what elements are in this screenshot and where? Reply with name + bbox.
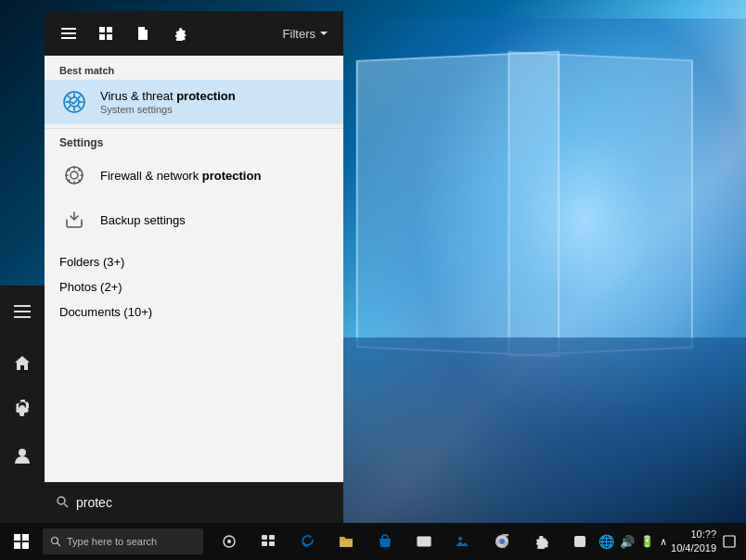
svg-rect-7	[99, 27, 105, 32]
settings-section-label: Settings	[45, 128, 343, 153]
search-panel: Filters Best match Virus & threat protec…	[45, 11, 343, 523]
svg-rect-22	[14, 534, 20, 541]
svg-rect-0	[14, 305, 31, 307]
action-center-icon	[723, 535, 736, 548]
sidebar-home[interactable]	[0, 341, 45, 386]
svg-rect-6	[61, 37, 76, 39]
svg-point-17	[71, 172, 78, 179]
svg-rect-30	[262, 535, 267, 540]
taskbar-photos[interactable]	[444, 523, 482, 560]
user-icon	[14, 448, 31, 465]
documents-label: Documents (10+)	[45, 301, 343, 323]
result-backup[interactable]: Backup settings	[45, 197, 343, 242]
result-text-firewall: Firewall & network protection	[100, 169, 261, 183]
taskbar-task-view[interactable]	[250, 523, 287, 560]
svg-rect-39	[724, 536, 735, 547]
filters-button[interactable]: Filters	[276, 23, 336, 45]
svg-rect-23	[22, 534, 29, 541]
toolbar-grid[interactable]	[89, 17, 122, 50]
result-title-firewall: Firewall & network protection	[100, 169, 261, 183]
desktop-window-right	[508, 51, 692, 357]
search-icon	[56, 495, 69, 511]
svg-point-35	[458, 537, 462, 541]
panel-results: Best match Virus & threat protection Sys…	[45, 56, 343, 482]
panel-toolbar: Filters	[45, 11, 343, 56]
svg-rect-38	[574, 536, 585, 547]
svg-rect-33	[269, 541, 275, 546]
taskbar-edge[interactable]	[289, 523, 326, 560]
toolbar-hamburger[interactable]	[52, 17, 85, 50]
result-icon-firewall	[59, 160, 89, 190]
svg-rect-25	[22, 542, 29, 549]
result-title-virus: Virus & threat protection	[100, 89, 236, 103]
taskbar-time: 10:??	[671, 528, 716, 541]
search-input[interactable]	[76, 495, 332, 510]
svg-rect-31	[269, 535, 275, 540]
taskbar-network-icon[interactable]: 🌐	[598, 534, 614, 549]
svg-line-27	[57, 543, 60, 547]
taskbar-search-icon	[50, 536, 61, 547]
svg-line-21	[65, 503, 69, 507]
taskbar-hidden-icons[interactable]: ∧	[660, 536, 667, 548]
folders-label: Folders (3+)	[45, 246, 343, 273]
sidebar-user[interactable]	[0, 434, 45, 478]
svg-point-3	[19, 449, 26, 456]
windows-logo-icon	[14, 534, 29, 549]
svg-rect-2	[14, 316, 31, 318]
desktop-reflection	[343, 337, 746, 523]
svg-rect-1	[14, 311, 31, 312]
home-icon	[14, 355, 31, 372]
taskbar: Type here to search	[0, 523, 746, 560]
taskbar-datetime[interactable]: 10:?? 10/4/2019	[671, 528, 716, 556]
taskbar-search-box[interactable]: Type here to search	[43, 528, 203, 554]
taskbar-store[interactable]	[367, 523, 404, 560]
panel-search-bar	[45, 482, 343, 523]
svg-rect-9	[99, 34, 105, 40]
best-match-label: Best match	[45, 56, 343, 80]
taskbar-start-button[interactable]	[0, 523, 43, 560]
sidebar-settings[interactable]	[0, 386, 45, 430]
svg-rect-10	[107, 34, 112, 40]
result-icon-backup	[59, 205, 89, 235]
taskbar-cortana[interactable]	[211, 523, 248, 560]
taskbar-right: 🌐 🔊 🔋 ∧ 10:?? 10/4/2019	[598, 523, 746, 560]
taskbar-chrome[interactable]	[483, 523, 521, 560]
toolbar-gear[interactable]	[163, 17, 197, 50]
taskbar-file-explorer[interactable]	[328, 523, 365, 560]
svg-rect-5	[61, 32, 76, 34]
svg-rect-24	[14, 542, 20, 549]
result-subtitle-virus: System settings	[100, 104, 236, 115]
result-icon-virus	[59, 87, 89, 117]
svg-point-26	[51, 538, 58, 544]
result-title-backup: Backup settings	[100, 213, 186, 227]
taskbar-volume-icon[interactable]: 🔊	[620, 535, 635, 549]
sidebar	[0, 286, 45, 523]
result-virus-protection[interactable]: Virus & threat protection System setting…	[45, 80, 343, 124]
taskbar-system-tray: 🌐 🔊 🔋 ∧	[598, 534, 667, 549]
taskbar-action-center[interactable]	[720, 523, 739, 560]
svg-point-29	[227, 540, 231, 543]
photos-label: Photos (2+)	[45, 276, 343, 298]
settings-icon	[14, 400, 31, 416]
taskbar-battery-icon[interactable]: 🔋	[640, 535, 654, 548]
taskbar-mail[interactable]	[405, 523, 443, 560]
hamburger-icon	[14, 303, 31, 320]
result-text-backup: Backup settings	[100, 213, 186, 227]
svg-rect-4	[61, 28, 76, 30]
sidebar-hamburger[interactable]	[0, 289, 45, 334]
taskbar-unknown1[interactable]	[561, 523, 598, 560]
svg-rect-8	[107, 27, 112, 32]
taskbar-date: 10/4/2019	[671, 541, 716, 555]
toolbar-document[interactable]	[126, 17, 160, 50]
result-text-virus: Virus & threat protection System setting…	[100, 89, 236, 115]
result-firewall[interactable]: Firewall & network protection	[45, 153, 343, 197]
svg-rect-32	[262, 541, 267, 546]
taskbar-settings[interactable]	[522, 523, 560, 560]
taskbar-search-text: Type here to search	[67, 536, 157, 547]
taskbar-app-icons	[211, 523, 598, 560]
svg-point-20	[58, 497, 65, 504]
